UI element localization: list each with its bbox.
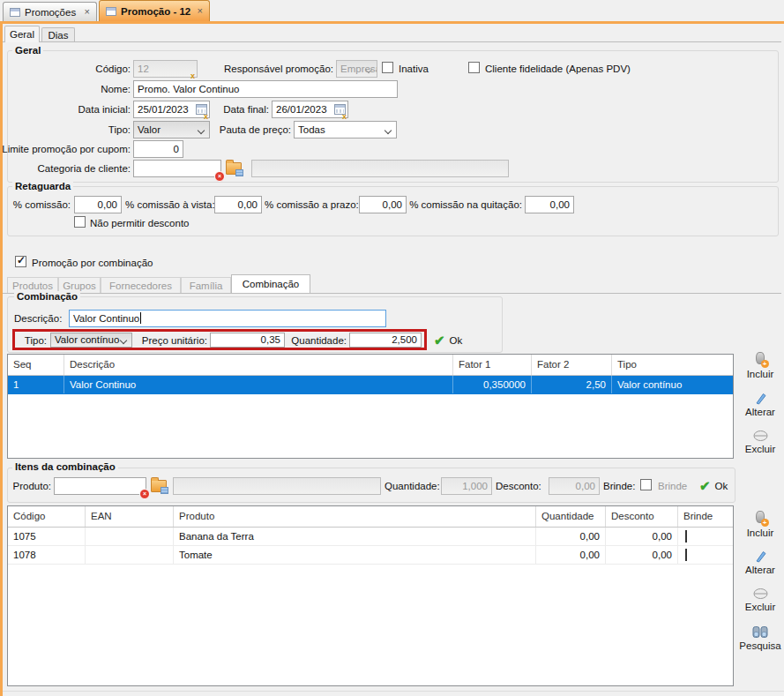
accent-left-strip [0, 24, 3, 696]
promocao-combinacao-checkbox[interactable] [15, 256, 26, 267]
data-final-field[interactable]: 26/01/2023 [272, 101, 348, 118]
column-header-codigo[interactable]: Código [8, 506, 86, 527]
combo-excluir-button[interactable]: Excluir [739, 430, 781, 455]
inativa-label: Inativa [399, 63, 429, 76]
nome-field[interactable]: Promo. Valor Continuo [133, 80, 398, 98]
column-header-produto[interactable]: Produto [174, 506, 536, 527]
item-desconto-field: 0,00 [549, 477, 600, 495]
itens-incluir-button[interactable]: + Incluir [739, 511, 781, 539]
limite-field[interactable]: 0 [133, 140, 183, 158]
brinde-checkbox[interactable] [640, 479, 652, 490]
combo-tipo-select[interactable]: Valor contínuo [50, 333, 132, 348]
inativa-checkbox[interactable] [382, 62, 393, 73]
close-tab-icon[interactable]: × [85, 7, 90, 17]
eraser-icon [753, 587, 768, 600]
tab-combinacao[interactable]: Combinação [231, 274, 310, 293]
itens-ok-button[interactable]: ✔ Ok [699, 478, 728, 494]
itens-excluir-button[interactable]: Excluir [739, 587, 781, 613]
limite-value: 0 [174, 144, 179, 154]
item-desconto-value: 0,00 [576, 481, 595, 491]
tab-geral[interactable]: Geral [4, 26, 40, 42]
combo-ok-button[interactable]: ✔ Ok [434, 333, 462, 348]
tab-combinacao-label: Combinação [243, 279, 300, 289]
column-header-tipo[interactable]: Tipo [612, 355, 733, 375]
data-inicial-value: 25/01/2023 [138, 104, 189, 115]
column-header-quantidade[interactable]: Quantidade [536, 506, 606, 527]
descricao-label: Descrição: [14, 312, 62, 326]
categoria-lookup-folder-icon[interactable] [226, 162, 242, 175]
combo-quantidade-field[interactable]: 2,500 [349, 333, 422, 348]
combo-quantidade-label: Quantidade: [287, 334, 347, 348]
itens-incluir-label: Incluir [747, 528, 774, 539]
comissao-field[interactable]: 0,00 [74, 196, 122, 213]
cell-ean [86, 546, 174, 564]
descricao-field[interactable]: Valor Continuo [69, 310, 386, 327]
produto-lookup-folder-icon[interactable] [151, 480, 167, 492]
combo-ok-label: Ok [450, 335, 463, 346]
limite-label: Limite promoção por cupom: [0, 143, 131, 156]
cell-desconto: 0,00 [606, 528, 678, 545]
column-header-descricao[interactable]: Descrição [64, 355, 453, 375]
itens-alterar-label: Alterar [745, 565, 775, 576]
combo-incluir-button[interactable]: + Incluir [739, 352, 781, 380]
produto-field[interactable] [54, 477, 146, 495]
close-tab-icon[interactable]: × [198, 6, 203, 16]
combo-tipo-label: Tipo: [18, 334, 47, 348]
comissao-prazo-field[interactable]: 0,00 [359, 196, 407, 213]
preco-unitario-label: Preço unitário: [135, 334, 207, 348]
required-badge-icon [139, 489, 150, 499]
column-header-fator1[interactable]: Fator 1 [453, 355, 532, 375]
column-header-desconto[interactable]: Desconto [606, 506, 678, 527]
comissao-quitacao-field[interactable]: 0,00 [525, 196, 574, 213]
codigo-field[interactable]: 12 [133, 60, 198, 78]
comissao-prazo-value: 0,00 [383, 199, 402, 210]
items-grid-row[interactable]: 1078 Tomate 0,00 0,00 [8, 546, 733, 565]
responsavel-label: Responsável promoção: [203, 63, 333, 76]
column-header-seq[interactable]: Seq [8, 355, 64, 375]
tab-promocao-12[interactable]: Promoção - 12 × [99, 0, 210, 21]
codigo-label: Código: [7, 63, 131, 76]
categoria-field[interactable] [133, 160, 221, 177]
tipo-select[interactable]: Valor [133, 121, 210, 138]
comissao-quitacao-label: % comissão na quitação: [407, 198, 522, 212]
column-header-fator2[interactable]: Fator 2 [532, 355, 612, 375]
combination-grid-row[interactable]: 1 Valor Continuo 0,350000 2,50 Valor con… [8, 376, 733, 394]
fidelidade-label: Cliente fidelidade (Apenas PDV) [485, 63, 631, 76]
incluir-icon: + [753, 511, 768, 526]
preco-unitario-field[interactable]: 0,35 [210, 333, 285, 348]
comissao-value: 0,00 [98, 199, 117, 210]
items-grid-row[interactable]: 1075 Banana da Terra 0,00 0,00 [8, 528, 733, 546]
itens-excluir-label: Excluir [745, 602, 776, 613]
column-header-ean[interactable]: EAN [86, 506, 174, 527]
pauta-label: Pauta de preço: [203, 123, 291, 137]
nome-label: Nome: [7, 83, 131, 96]
comissao-vista-field[interactable]: 0,00 [214, 196, 262, 213]
incluir-icon: + [753, 352, 768, 367]
item-quantidade-field: 1,000 [441, 477, 492, 495]
responsavel-select[interactable]: Empresa [336, 60, 377, 78]
brinde-row-checkbox[interactable] [685, 549, 687, 561]
preco-unitario-value: 0,35 [261, 334, 280, 345]
tab-dias[interactable]: Dias [41, 27, 75, 41]
group-geral-title: Geral [12, 45, 43, 56]
tab-geral-label: Geral [10, 29, 34, 40]
itens-pesquisa-button[interactable]: Pesquisa [739, 625, 781, 652]
categoria-desc-field [251, 160, 509, 177]
cell-produto: Tomate [174, 546, 536, 564]
group-itens-title: Itens da combinação [12, 461, 118, 473]
column-header-brinde[interactable]: Brinde [678, 506, 733, 527]
combo-alterar-button[interactable]: Alterar [739, 392, 781, 418]
pauta-select[interactable]: Todas [294, 121, 397, 138]
comissao-prazo-label: % comissão a prazo: [265, 198, 356, 212]
nao-permitir-desconto-checkbox[interactable] [74, 216, 86, 228]
tab-promocoes[interactable]: Promoções × [3, 2, 97, 21]
chevron-down-icon [385, 127, 392, 134]
combo-quantidade-value: 2,500 [392, 334, 417, 345]
brinde-row-checkbox[interactable] [685, 530, 687, 543]
required-marker-icon: x [342, 113, 347, 121]
data-inicial-field[interactable]: 25/01/2023 [133, 101, 210, 118]
itens-alterar-button[interactable]: Alterar [739, 550, 781, 576]
tab-fornecedores[interactable]: Fornecedores [101, 277, 181, 293]
fidelidade-checkbox[interactable] [468, 62, 480, 73]
tab-familia[interactable]: Família [181, 277, 231, 293]
